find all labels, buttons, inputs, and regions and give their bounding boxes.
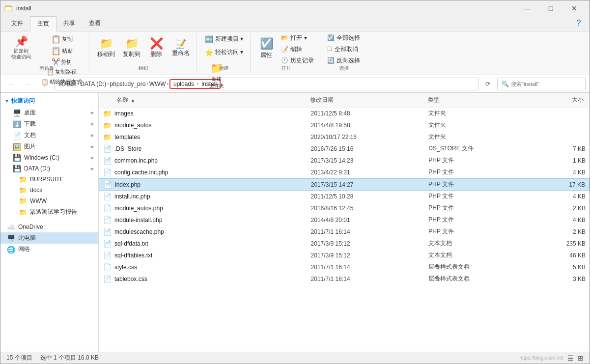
file-name: module_autos [114, 122, 311, 129]
new-item-label: 新建项目 ▾ [215, 35, 243, 43]
refresh-button[interactable]: ⟳ [481, 78, 494, 90]
quick-access-header[interactable]: ▼ 快速访问 [0, 95, 98, 107]
properties-button[interactable]: ☑️ 属性 [255, 33, 277, 63]
table-row[interactable]: 📄 tablebox.css 2011/7/1 16:14 层叠样式表文档 3 … [99, 273, 590, 285]
sidebar-item-thispc[interactable]: 🖥️ 此电脑 [0, 232, 98, 244]
open-button[interactable]: 📂 打开 ▾ [279, 33, 316, 43]
table-row[interactable]: 📄 sql-dfdata.txt 2017/3/9 15:12 文本文档 235… [99, 238, 590, 250]
select-none-button[interactable]: ☐ 全部取消 [325, 44, 360, 55]
documents-label: 文档 [24, 131, 87, 140]
table-row[interactable]: 📄 module_autos.php 2016/8/16 12:45 PHP 文… [99, 202, 590, 214]
history-icon: 🕐 [281, 57, 288, 64]
file-date: 2020/10/17 22:16 [311, 134, 429, 140]
downloads-icon: ⬇️ [12, 120, 21, 128]
tab-home[interactable]: 主页 [30, 16, 56, 31]
col-header-size[interactable]: 大小 [525, 95, 586, 105]
table-row[interactable]: 📄 module-install.php 2014/4/8 20:01 PHP … [99, 214, 590, 226]
sidebar-item-data[interactable]: 💾 DATA (D:) ★ [0, 163, 98, 174]
minimize-button[interactable]: — [516, 0, 538, 16]
sidebar: ▼ 快速访问 🖥️ 桌面 ★ ⬇️ 下载 ★ 📄 文档 ★ 🖼️ 图片 ★ 💾 … [0, 93, 99, 352]
pin-to-quick-access-button[interactable]: 📌 固定到快速访问 [8, 33, 34, 63]
status-bar: 15 个项目 选中 1 个项目 16.0 KB https://blog.csd… [0, 352, 590, 364]
path-www[interactable]: WWW [149, 81, 166, 87]
table-row[interactable]: 📁 module_autos 2014/4/8 19:58 文件夹 [99, 119, 590, 131]
maximize-button[interactable]: □ [539, 0, 562, 16]
path-phpstudy[interactable]: phpstudy_pro [110, 81, 146, 87]
search-input[interactable] [511, 81, 581, 87]
easy-access-button[interactable]: ⭐ 轻松访问 ▾ [202, 47, 246, 58]
edit-button[interactable]: 📝 编辑 [279, 44, 316, 55]
address-path[interactable]: 此电脑 › DATA (D:) › phpstudy_pro › WWW › u… [55, 78, 478, 90]
sidebar-item-documents[interactable]: 📄 文档 ★ [0, 130, 98, 141]
col-header-date[interactable]: 修改日期 [308, 95, 426, 105]
back-button[interactable]: ← [4, 78, 18, 90]
windows-drive-icon: 💾 [12, 154, 21, 162]
sidebar-item-desktop[interactable]: 🖥️ 桌面 ★ [0, 107, 98, 118]
delete-button[interactable]: ❌ 删除 [145, 33, 167, 63]
paste-icon: 📋 [51, 46, 61, 56]
table-row[interactable]: 📄 config.cache.inc.php 2013/4/22 9:31 PH… [99, 167, 590, 178]
clipboard-label: 剪贴板 [4, 65, 89, 72]
paste-shortcut-icon: 📋 [41, 79, 49, 85]
table-row[interactable]: 📄 style.css 2011/7/1 16:14 层叠样式表文档 5 KB [99, 261, 590, 273]
file-date: 2014/4/8 19:58 [311, 122, 429, 129]
grid-view-button[interactable]: ⊞ [578, 354, 584, 362]
move-to-button[interactable]: 📁 移动到 [94, 33, 118, 63]
copy-icon: 📋 [51, 34, 61, 44]
pentest-icon: 📁 [18, 208, 27, 216]
sidebar-item-windows[interactable]: 💾 Windows (C:) ★ [0, 152, 98, 163]
help-button[interactable]: ? [572, 16, 586, 30]
history-button[interactable]: 🕐 历史记录 [279, 56, 316, 66]
sidebar-item-onedrive[interactable]: ☁️ OneDrive [0, 222, 98, 232]
table-row[interactable]: 📄 install.inc.php 2011/12/5 10:28 PHP 文件… [99, 191, 590, 202]
invert-select-icon: 🔄 [327, 57, 335, 64]
select-none-label: 全部取消 [335, 45, 358, 54]
close-button[interactable]: ✕ [563, 0, 586, 16]
file-name: module-install.php [114, 217, 311, 224]
main-content: ▼ 快速访问 🖥️ 桌面 ★ ⬇️ 下载 ★ 📄 文档 ★ 🖼️ 图片 ★ 💾 … [0, 93, 590, 352]
list-view-button[interactable]: ☰ [567, 354, 574, 362]
tab-share[interactable]: 共享 [56, 16, 82, 31]
tab-view[interactable]: 查看 [82, 16, 108, 31]
paste-shortcut-button[interactable]: 📋 粘贴快捷方式 [38, 77, 85, 86]
rename-button[interactable]: 📝 重命名 [169, 33, 193, 63]
sidebar-item-pentest[interactable]: 📁 渗透测试学习报告 [0, 206, 98, 218]
new-item-button[interactable]: 🆕 新建项目 ▾ [202, 33, 246, 45]
tab-file[interactable]: 文件 [4, 16, 30, 31]
sidebar-item-docs[interactable]: 📁 docs [0, 185, 98, 196]
file-date: 2014/4/8 20:01 [311, 217, 429, 224]
desktop-label: 桌面 [24, 109, 87, 117]
docs-icon: 📁 [18, 186, 27, 194]
sidebar-item-network[interactable]: 🌐 网络 [0, 244, 98, 255]
sidebar-item-burpsuite[interactable]: 📁 BURPSUITE [0, 174, 98, 185]
table-row[interactable]: 📄 modulescache.php 2011/7/1 16:14 PHP 文件… [99, 226, 590, 238]
sidebar-item-downloads[interactable]: ⬇️ 下载 ★ [0, 118, 98, 130]
copy-button[interactable]: 📋 复制 [38, 33, 85, 45]
search-box: 🔍 [497, 78, 586, 90]
table-row[interactable]: 📄 common.inc.php 2017/3/15 14:23 PHP 文件 … [99, 155, 590, 167]
ribbon-tabs: 文件 主页 共享 查看 ? [0, 16, 590, 31]
file-type: 文本文档 [428, 239, 527, 248]
file-list: 名称 ▲ 修改日期 类型 大小 📁 images 2011/12/5 8:48 … [99, 93, 590, 352]
path-uploads[interactable]: uploads [173, 81, 194, 87]
invert-select-button[interactable]: 🔄 反向选择 [325, 56, 362, 66]
copy-to-button[interactable]: 📁 复制到 [120, 33, 143, 63]
paste-button[interactable]: 📋 粘贴 [38, 45, 85, 56]
sidebar-item-pictures[interactable]: 🖼️ 图片 ★ [0, 141, 98, 152]
file-size: 235 KB [527, 240, 586, 247]
table-row[interactable]: 📄 index.php 2017/3/15 14:27 PHP 文件 17 KB [99, 178, 590, 191]
forward-button[interactable]: → [21, 78, 35, 90]
table-row[interactable]: 📄 sql-dftables.txt 2017/3/9 15:12 文本文档 4… [99, 250, 590, 261]
table-row[interactable]: 📁 templates 2020/10/17 22:16 文件夹 [99, 131, 590, 143]
table-row[interactable]: 📁 images 2011/12/5 8:48 文件夹 [99, 108, 590, 119]
file-icon: 📄 [103, 168, 112, 176]
sidebar-item-www[interactable]: 📁 WWW [0, 196, 98, 206]
select-all-button[interactable]: ☑️ 全部选择 [325, 33, 362, 43]
table-row[interactable]: 📄 .DS_Store 2016/7/26 15:16 DS_STORE 文件 … [99, 143, 590, 155]
file-icon: 📄 [103, 181, 112, 189]
file-name: templates [114, 134, 311, 140]
col-header-name[interactable]: 名称 ▲ [114, 95, 308, 105]
col-header-type[interactable]: 类型 [426, 95, 525, 105]
ribbon: 文件 主页 共享 查看 ? 📌 固定到快速访问 📋 复制 [0, 16, 590, 75]
new-item-icon: 🆕 [205, 35, 213, 43]
